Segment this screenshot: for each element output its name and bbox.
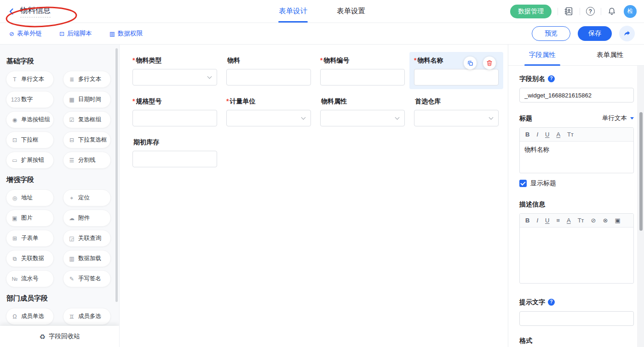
field-palette-sidebar: 基础字段 T 单行文本 ≣ 多行文本 123 [0,45,120,347]
editor-tool-button[interactable]: B [525,217,529,223]
palette-item[interactable]: ▭ 扩展按钮 [6,152,54,169]
subbar-link[interactable]: ⊘ 表单外链 [9,29,42,38]
form-canvas[interactable]: *物料类型 [120,45,508,347]
palette-item[interactable]: ◎ 地址 [6,189,54,206]
subbar-link[interactable]: ⊡ 后端脚本 [59,29,92,38]
form-title[interactable]: 物料信息 [20,6,51,17]
share-button[interactable] [619,26,635,41]
form-field[interactable]: 期初库存 [128,134,222,171]
editor-tool-button[interactable]: A [556,131,560,137]
preview-button[interactable]: 预览 [532,26,570,41]
palette-item[interactable]: ⊟ 下拉复选框 [63,131,111,148]
editor-tool-button[interactable]: Tᴛ [578,217,584,223]
palette-item[interactable]: ☰ 分割线 [63,152,111,169]
field-control[interactable] [132,151,217,167]
title-editor-content[interactable]: 物料名称 [520,142,633,173]
editor-tool-button[interactable]: ≡ [556,217,560,223]
field-alias-input[interactable] [519,88,634,102]
form-field[interactable]: *物料名称 [409,52,503,89]
palette-item[interactable]: ▥ 数据加载 [63,250,111,267]
palette-item[interactable]: Ω 成员单选 [6,308,54,325]
field-control[interactable] [320,69,405,85]
palette-sections: 基础字段 T 单行文本 ≣ 多行文本 123 [0,45,119,347]
editor-tool-button[interactable]: ▣ [615,217,620,223]
palette-item[interactable]: № 流水号 [6,270,54,287]
palette-item[interactable]: ◲ 关联查询 [63,230,111,247]
palette-item-label: 日期时间 [78,96,101,103]
contacts-icon[interactable] [564,6,574,16]
palette-item[interactable]: ⊡ 下拉框 [6,131,54,148]
field-control[interactable] [414,110,499,126]
editor-tool-button[interactable]: I [536,217,538,223]
subbar-link[interactable]: ▥ 数据权限 [109,29,143,38]
field-control[interactable] [320,110,405,126]
canvas-fields: *物料类型 [128,52,508,171]
panel-scrollbar[interactable] [639,112,643,231]
palette-item[interactable]: ⌖ 定位 [63,189,111,206]
field-label-text: 物料属性 [321,97,347,105]
field-control[interactable] [414,69,499,85]
field-control[interactable] [132,110,217,126]
field-control[interactable] [226,69,311,85]
form-field[interactable]: *规格型号 [128,93,222,130]
title-type-select[interactable]: 单行文本 [602,114,634,122]
form-field[interactable]: *计量单位 [222,93,316,130]
data-manage-button[interactable]: 数据管理 [510,5,552,18]
user-avatar[interactable]: 检 [624,5,637,18]
form-field[interactable]: 物料属性 [316,93,409,130]
palette-item[interactable]: ☑ 复选框组 [63,111,111,128]
field-control[interactable] [226,110,311,126]
field-control[interactable] [132,69,217,85]
field-alias-row: 字段别名 ? [519,74,634,83]
subbar-link-icon: ⊘ [9,31,14,37]
delete-field-button[interactable] [483,57,496,69]
editor-tool-button[interactable]: ⊘ [591,217,596,223]
sidebar-scrollbar[interactable] [115,48,118,302]
palette-item[interactable]: T 单行文本 [6,71,54,88]
palette-item[interactable]: ✎ 手写签名 [63,270,111,287]
palette-item[interactable]: ◉ 单选按钮组 [6,111,54,128]
palette-item-label: 扩展按钮 [21,156,44,164]
editor-tool-button[interactable]: U [545,217,549,223]
help-icon[interactable]: ? [586,7,595,16]
palette-item[interactable]: ▣ 图片 [6,210,54,227]
editor-tool-button[interactable]: ⊗ [603,217,608,223]
editor-tool-button[interactable]: B [525,131,529,137]
field-alias-help-icon[interactable]: ? [548,75,555,82]
show-title-checkbox[interactable]: 显示标题 [519,179,634,188]
palette-item-label: 流水号 [21,275,39,283]
palette-item[interactable]: ⊞ 子表单 [6,230,54,247]
copy-field-button[interactable] [464,57,477,69]
title-editor: BIUATᴛ 物料名称 [519,127,634,173]
editor-tool-button[interactable]: A [567,217,571,223]
palette-item[interactable]: ▦ 日期时间 [63,91,111,108]
palette-item[interactable]: ♊ 成员多选 [63,308,111,325]
form-field[interactable]: 首选仓库 [409,93,503,130]
panel-tab[interactable]: 字段属性 [508,45,576,65]
hint-input[interactable] [519,311,634,326]
editor-tool-button[interactable]: Tᴛ [567,131,574,137]
field-type-icon: ▭ [11,158,18,163]
palette-item[interactable]: 123 数字 [6,91,54,108]
form-field[interactable]: *物料编号 [316,52,409,89]
panel-tab[interactable]: 表单属性 [576,45,644,65]
topbar-tab[interactable]: 表单设置 [337,0,365,23]
save-button[interactable]: 保存 [578,26,612,41]
hint-help-icon[interactable]: ? [548,299,555,306]
form-field[interactable]: 物料 [222,52,316,89]
editor-tool-button[interactable]: I [536,131,538,137]
field-recycle-bin-button[interactable]: ♻ 字段回收站 [0,326,119,347]
field-type-icon: ⌖ [68,195,75,201]
form-field[interactable]: *物料类型 [128,52,222,89]
description-editor: BIU≡ATᴛ⊘⊗▣ [519,213,634,284]
palette-item[interactable]: ⧉ 关联数据 [6,250,54,267]
palette-item[interactable]: ☁ 附件 [63,210,111,227]
editor-tool-button[interactable]: U [545,131,549,137]
back-button[interactable] [7,7,16,16]
palette-item[interactable]: ≣ 多行文本 [63,71,111,88]
palette-item-label: 图片 [21,214,33,222]
topbar-tab[interactable]: 表单设计 [279,0,307,23]
field-label: 首选仓库 [414,97,499,106]
bell-icon[interactable] [607,7,616,16]
description-editor-content[interactable] [520,228,633,283]
